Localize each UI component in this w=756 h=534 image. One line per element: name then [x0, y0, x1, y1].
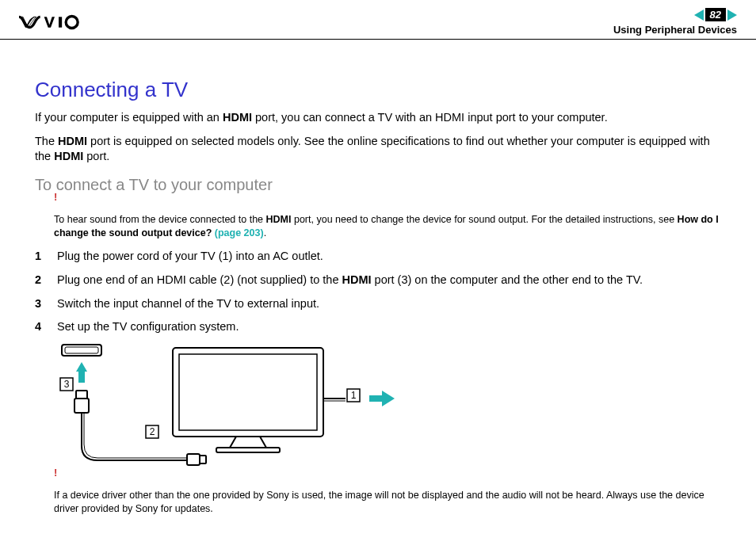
- page-203-link[interactable]: (page 203): [215, 227, 264, 238]
- page-header: 82 Using Peripheral Devices: [0, 0, 756, 40]
- svg-rect-14: [216, 448, 280, 452]
- page-title: Connecting a TV: [35, 78, 721, 102]
- label-2: 2: [150, 426, 155, 437]
- connection-diagram: 3 2: [35, 343, 721, 473]
- breadcrumb: Using Peripheral Devices: [613, 24, 737, 36]
- note-sound-output: ! To hear sound from the device connecte…: [35, 202, 721, 240]
- page-number: 82: [705, 8, 726, 21]
- warning-icon: !: [54, 191, 57, 203]
- step-2: 2 Plug one end of an HDMI cable (2) (not…: [35, 273, 721, 288]
- step-1: 1 Plug the power cord of your TV (1) int…: [35, 249, 721, 265]
- intro-para-2: The HDMI port is equipped on selected mo…: [35, 134, 721, 165]
- label-1: 1: [351, 390, 357, 401]
- prev-page-arrow-icon[interactable]: [694, 10, 704, 21]
- section-subtitle: To connect a TV to your computer: [35, 176, 721, 194]
- arrow-up-icon: [76, 362, 87, 383]
- power-cord-icon: [323, 399, 346, 401]
- svg-rect-9: [187, 454, 200, 465]
- svg-rect-0: [59, 17, 62, 27]
- svg-rect-7: [76, 391, 87, 399]
- svg-rect-13: [179, 354, 317, 430]
- svg-rect-16: [369, 395, 382, 402]
- svg-marker-17: [382, 391, 395, 406]
- svg-rect-2: [62, 345, 101, 356]
- svg-point-1: [66, 16, 78, 28]
- svg-rect-8: [74, 399, 89, 413]
- svg-rect-3: [65, 347, 98, 353]
- svg-rect-6: [78, 372, 85, 383]
- warning-icon: !: [54, 467, 57, 479]
- note-device-driver: ! If a device driver other than the one …: [35, 478, 721, 516]
- vaio-logo: [19, 13, 98, 31]
- arrow-right-icon: [369, 391, 395, 406]
- svg-marker-5: [76, 362, 87, 372]
- next-page-arrow-icon[interactable]: [727, 10, 737, 21]
- intro-para-1: If your computer is equipped with an HDM…: [35, 110, 721, 126]
- page-content: Connecting a TV If your computer is equi…: [0, 40, 756, 534]
- svg-rect-10: [200, 456, 206, 463]
- step-4: 4 Set up the TV configuration system.: [35, 319, 721, 335]
- step-3: 3 Switch the input channel of the TV to …: [35, 296, 721, 312]
- label-3: 3: [64, 379, 70, 390]
- hdmi-port-icon: [62, 345, 101, 356]
- steps-list: 1 Plug the power cord of your TV (1) int…: [35, 249, 721, 334]
- tv-icon: [173, 348, 323, 452]
